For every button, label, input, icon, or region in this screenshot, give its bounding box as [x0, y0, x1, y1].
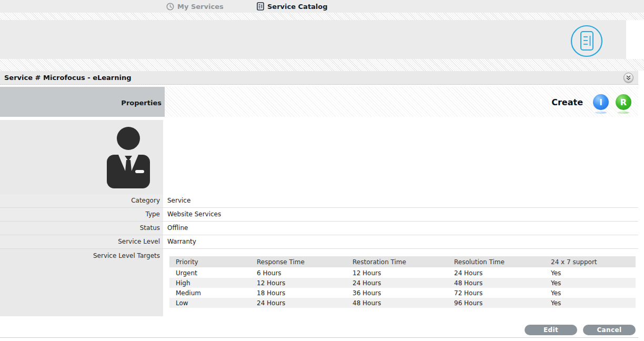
striped-divider-top — [0, 13, 644, 20]
slt-col-priority: Priority — [169, 256, 250, 268]
properties-header-band: Properties — [0, 87, 165, 117]
clock-icon — [166, 3, 174, 11]
slt-cell: Yes — [545, 278, 636, 288]
field-value: Offline — [167, 222, 188, 235]
field-value: Warranty — [167, 235, 196, 248]
businessman-avatar-icon — [102, 124, 155, 190]
field-label: Type — [0, 208, 163, 221]
create-request-button[interactable]: R — [616, 94, 631, 110]
slt-cell: 72 Hours — [448, 288, 545, 298]
service-title: Service # Microfocus - eLearning — [4, 71, 132, 85]
table-row: Urgent 6 Hours 12 Hours 24 Hours Yes — [169, 268, 636, 278]
field-label: Category — [0, 194, 163, 207]
slt-col-restoration: Restoration Time — [346, 256, 448, 268]
slt-cell: Urgent — [169, 268, 250, 278]
tab-my-services-label: My Services — [177, 3, 224, 11]
properties-title: Properties — [121, 99, 162, 107]
create-label: Create — [551, 97, 583, 107]
page-header-block — [0, 20, 626, 59]
slt-cell: Yes — [545, 298, 636, 308]
field-label: Status — [0, 222, 163, 235]
create-incident-button[interactable]: I — [593, 94, 609, 110]
service-level-targets-row: Service Level Targets Priority Response … — [0, 249, 638, 317]
slt-cell: 48 Hours — [448, 278, 545, 288]
service-level-targets-table: Priority Response Time Restoration Time … — [169, 256, 636, 308]
field-label: Service Level — [0, 235, 163, 248]
field-value: Service — [167, 194, 190, 207]
slt-cell: 6 Hours — [250, 268, 346, 278]
property-fields: Category Service Type Website Services S… — [0, 194, 638, 249]
avatar-panel — [0, 120, 163, 194]
slt-cell: Yes — [545, 288, 636, 298]
field-value: Website Services — [167, 208, 221, 221]
slt-cell: 96 Hours — [448, 298, 545, 308]
slt-col-support: 24 x 7 support — [545, 256, 636, 268]
tab-my-services[interactable]: My Services — [166, 0, 224, 13]
service-level-targets-label-panel: Service Level Targets — [0, 249, 163, 316]
slt-cell: 36 Hours — [346, 288, 448, 298]
table-row: High 12 Hours 24 Hours 48 Hours Yes — [169, 278, 636, 288]
slt-cell: 12 Hours — [250, 278, 346, 288]
cancel-button[interactable]: Cancel — [583, 325, 636, 335]
slt-cell: 12 Hours — [346, 268, 448, 278]
collapse-button[interactable] — [623, 73, 633, 83]
slt-col-response: Response Time — [250, 256, 346, 268]
slt-cell: 24 Hours — [346, 278, 448, 288]
field-row-type: Type Website Services — [0, 208, 638, 222]
slt-cell: 48 Hours — [346, 298, 448, 308]
striped-divider-middle — [0, 59, 644, 71]
slt-cell: Medium — [169, 288, 250, 298]
slt-cell: High — [169, 278, 250, 288]
service-header-bar: Service # Microfocus - eLearning — [0, 71, 638, 85]
slt-cell: Yes — [545, 268, 636, 278]
properties-section-header: Properties Create I R — [0, 87, 638, 117]
service-level-targets-label: Service Level Targets — [93, 252, 160, 259]
slt-header-row: Priority Response Time Restoration Time … — [169, 256, 636, 268]
service-catalog-circle-icon[interactable] — [570, 25, 603, 57]
field-row-status: Status Offline — [0, 222, 638, 235]
service-avatar-row — [0, 120, 638, 194]
field-row-category: Category Service — [0, 194, 638, 208]
table-row: Medium 18 Hours 36 Hours 72 Hours Yes — [169, 288, 636, 298]
bottom-divider — [0, 337, 638, 338]
create-actions: Create I R — [551, 94, 631, 111]
tab-service-catalog-label: Service Catalog — [267, 3, 328, 11]
tab-service-catalog[interactable]: Service Catalog — [257, 0, 328, 13]
slt-col-resolution: Resolution Time — [448, 256, 545, 268]
slt-cell: Low — [169, 298, 250, 308]
edit-button[interactable]: Edit — [525, 325, 577, 335]
field-row-service-level: Service Level Warranty — [0, 235, 638, 249]
slt-cell: 18 Hours — [250, 288, 346, 298]
double-chevron-down-icon — [626, 75, 631, 81]
slt-cell: 24 Hours — [250, 298, 346, 308]
catalog-icon — [257, 2, 264, 11]
slt-cell: 24 Hours — [448, 268, 545, 278]
table-row: Low 24 Hours 48 Hours 96 Hours Yes — [169, 298, 636, 308]
top-tab-bar: My Services Service Catalog — [0, 0, 644, 13]
